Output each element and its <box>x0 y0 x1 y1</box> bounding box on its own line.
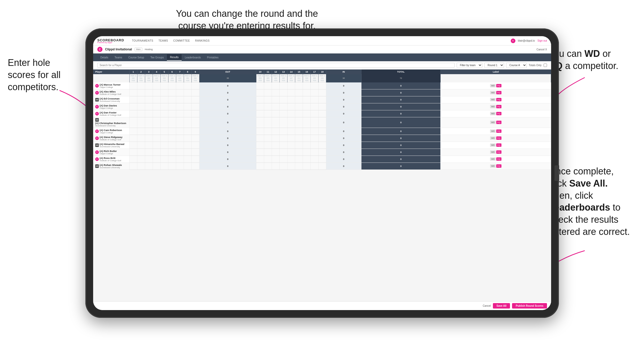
hole-13-input[interactable] <box>279 89 287 96</box>
hole-4-input[interactable] <box>153 163 160 170</box>
round-select[interactable]: Round 1 Round 2 Round 3 Round 4 <box>484 63 504 68</box>
hole-6-input[interactable] <box>168 89 176 96</box>
hole-11-input[interactable] <box>264 128 272 135</box>
hole-11-input[interactable] <box>264 163 272 170</box>
hole-7-input[interactable] <box>176 103 184 110</box>
hole-8-input[interactable] <box>184 110 191 117</box>
hole-9-input[interactable] <box>191 163 199 170</box>
hole-2-input[interactable] <box>137 163 145 170</box>
tab-teams[interactable]: Teams <box>112 55 125 60</box>
hole-2-input[interactable] <box>137 82 145 89</box>
hole-15-input[interactable] <box>295 96 303 103</box>
hole-15-input[interactable] <box>295 103 303 110</box>
hole-16-input[interactable] <box>303 156 310 163</box>
hole-12-input[interactable] <box>272 103 279 110</box>
hole-2-input[interactable] <box>137 89 145 96</box>
hole-18-input[interactable] <box>318 89 326 96</box>
hole-6-input[interactable] <box>168 163 176 170</box>
dq-button[interactable]: DQ <box>496 157 501 161</box>
wd-button[interactable]: WD <box>490 105 495 108</box>
hole-3-input[interactable] <box>145 96 153 103</box>
hole-1-input[interactable] <box>129 110 137 117</box>
score-table-container[interactable]: Player 1 2 3 4 5 6 7 8 9 OUT 10 <box>93 70 551 301</box>
hole-10-input[interactable] <box>256 149 264 156</box>
hole-14-input[interactable] <box>287 96 295 103</box>
hole-18-input[interactable] <box>318 117 326 128</box>
hole-3-input[interactable] <box>145 135 153 142</box>
hole-18-input[interactable] <box>318 135 326 142</box>
hole-7-input[interactable] <box>176 117 184 128</box>
hole-2-input[interactable] <box>137 156 145 163</box>
hole-12-input[interactable] <box>272 89 279 96</box>
hole-16-input[interactable] <box>303 117 310 128</box>
hole-2-input[interactable] <box>137 128 145 135</box>
hole-4-input[interactable] <box>153 156 160 163</box>
hole-16-input[interactable] <box>303 142 310 149</box>
hole-3-input[interactable] <box>145 103 153 110</box>
hole-13-input[interactable] <box>279 142 287 149</box>
hole-16-input[interactable] <box>303 110 310 117</box>
dq-button[interactable]: DQ <box>496 98 501 101</box>
hole-9-input[interactable] <box>191 135 199 142</box>
sign-out-link[interactable]: Sign out <box>537 39 547 42</box>
hole-14-input[interactable] <box>287 103 295 110</box>
hole-14-input[interactable] <box>287 142 295 149</box>
hole-15-input[interactable] <box>295 89 303 96</box>
hole-7-input[interactable] <box>176 142 184 149</box>
hole-6-input[interactable] <box>168 128 176 135</box>
hole-2-input[interactable] <box>137 142 145 149</box>
hole-14-input[interactable] <box>287 117 295 128</box>
hole-6-input[interactable] <box>168 96 176 103</box>
hole-15-input[interactable] <box>295 142 303 149</box>
wd-button[interactable]: WD <box>490 112 495 115</box>
hole-7-input[interactable] <box>176 110 184 117</box>
totals-only-checkbox[interactable] <box>544 64 547 67</box>
hole-2-input[interactable] <box>137 103 145 110</box>
hole-18-input[interactable] <box>318 142 326 149</box>
hole-8-input[interactable] <box>184 163 191 170</box>
hole-17-input[interactable] <box>310 96 318 103</box>
hole-12-input[interactable] <box>272 96 279 103</box>
hole-11-input[interactable] <box>264 110 272 117</box>
hole-1-input[interactable] <box>129 142 137 149</box>
hole-12-input[interactable] <box>272 149 279 156</box>
hole-5-input[interactable] <box>160 117 168 128</box>
wd-button[interactable]: WD <box>490 136 495 140</box>
hole-11-input[interactable] <box>264 89 272 96</box>
tab-course-setup[interactable]: Course Setup <box>125 55 147 60</box>
hole-8-input[interactable] <box>184 96 191 103</box>
hole-6-input[interactable] <box>168 117 176 128</box>
hole-11-input[interactable] <box>264 135 272 142</box>
hole-17-input[interactable] <box>310 82 318 89</box>
wd-button[interactable]: WD <box>490 121 495 124</box>
course-select[interactable]: Course A Course B <box>506 63 527 68</box>
dq-button[interactable]: DQ <box>496 129 501 133</box>
hole-11-input[interactable] <box>264 117 272 128</box>
hole-5-input[interactable] <box>160 142 168 149</box>
hole-16-input[interactable] <box>303 89 310 96</box>
hole-17-input[interactable] <box>310 149 318 156</box>
hole-1-input[interactable] <box>129 156 137 163</box>
wd-button[interactable]: WD <box>490 91 495 94</box>
hole-15-input[interactable] <box>295 149 303 156</box>
hole-18-input[interactable] <box>318 163 326 170</box>
hole-5-input[interactable] <box>160 89 168 96</box>
hole-4-input[interactable] <box>153 82 160 89</box>
hole-2-input[interactable] <box>137 110 145 117</box>
hole-18-input[interactable] <box>318 149 326 156</box>
dq-button[interactable]: DQ <box>496 136 501 140</box>
wd-button[interactable]: WD <box>490 157 495 161</box>
hole-16-input[interactable] <box>303 128 310 135</box>
cancel-tournament-btn[interactable]: Cancel X <box>536 48 547 51</box>
hole-7-input[interactable] <box>176 128 184 135</box>
hole-10-input[interactable] <box>256 103 264 110</box>
hole-13-input[interactable] <box>279 96 287 103</box>
hole-4-input[interactable] <box>153 110 160 117</box>
hole-14-input[interactable] <box>287 135 295 142</box>
hole-5-input[interactable] <box>160 135 168 142</box>
hole-9-input[interactable] <box>191 82 199 89</box>
hole-10-input[interactable] <box>256 82 264 89</box>
hole-4-input[interactable] <box>153 96 160 103</box>
hole-7-input[interactable] <box>176 135 184 142</box>
nav-rankings[interactable]: RANKINGS <box>195 39 210 42</box>
